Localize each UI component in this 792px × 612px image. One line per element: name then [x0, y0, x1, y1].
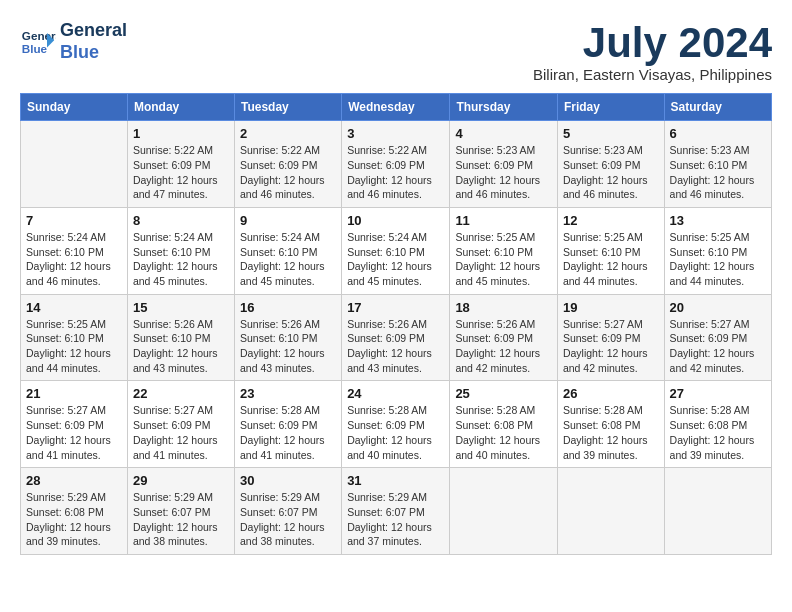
- calendar-cell: 23Sunrise: 5:28 AM Sunset: 6:09 PM Dayli…: [234, 381, 341, 468]
- day-info: Sunrise: 5:24 AM Sunset: 6:10 PM Dayligh…: [26, 230, 122, 289]
- day-number: 17: [347, 300, 444, 315]
- day-info: Sunrise: 5:23 AM Sunset: 6:09 PM Dayligh…: [563, 143, 659, 202]
- title-block: July 2024 Biliran, Eastern Visayas, Phil…: [533, 20, 772, 83]
- logo: General Blue General Blue: [20, 20, 127, 63]
- day-info: Sunrise: 5:28 AM Sunset: 6:08 PM Dayligh…: [670, 403, 766, 462]
- day-info: Sunrise: 5:23 AM Sunset: 6:09 PM Dayligh…: [455, 143, 552, 202]
- calendar-cell: 5Sunrise: 5:23 AM Sunset: 6:09 PM Daylig…: [557, 121, 664, 208]
- day-number: 19: [563, 300, 659, 315]
- calendar-table: SundayMondayTuesdayWednesdayThursdayFrid…: [20, 93, 772, 555]
- calendar-cell: 4Sunrise: 5:23 AM Sunset: 6:09 PM Daylig…: [450, 121, 558, 208]
- day-number: 5: [563, 126, 659, 141]
- calendar-week-row: 14Sunrise: 5:25 AM Sunset: 6:10 PM Dayli…: [21, 294, 772, 381]
- calendar-cell: 2Sunrise: 5:22 AM Sunset: 6:09 PM Daylig…: [234, 121, 341, 208]
- day-number: 29: [133, 473, 229, 488]
- day-info: Sunrise: 5:22 AM Sunset: 6:09 PM Dayligh…: [240, 143, 336, 202]
- day-info: Sunrise: 5:22 AM Sunset: 6:09 PM Dayligh…: [347, 143, 444, 202]
- day-number: 10: [347, 213, 444, 228]
- day-info: Sunrise: 5:24 AM Sunset: 6:10 PM Dayligh…: [240, 230, 336, 289]
- calendar-cell: 31Sunrise: 5:29 AM Sunset: 6:07 PM Dayli…: [342, 468, 450, 555]
- weekday-header-saturday: Saturday: [664, 94, 771, 121]
- day-number: 24: [347, 386, 444, 401]
- calendar-cell: 9Sunrise: 5:24 AM Sunset: 6:10 PM Daylig…: [234, 207, 341, 294]
- logo-line2: Blue: [60, 42, 99, 62]
- day-number: 11: [455, 213, 552, 228]
- day-info: Sunrise: 5:26 AM Sunset: 6:09 PM Dayligh…: [347, 317, 444, 376]
- logo-text: General Blue: [60, 20, 127, 63]
- weekday-header-row: SundayMondayTuesdayWednesdayThursdayFrid…: [21, 94, 772, 121]
- calendar-week-row: 28Sunrise: 5:29 AM Sunset: 6:08 PM Dayli…: [21, 468, 772, 555]
- calendar-cell: 10Sunrise: 5:24 AM Sunset: 6:10 PM Dayli…: [342, 207, 450, 294]
- calendar-cell: 26Sunrise: 5:28 AM Sunset: 6:08 PM Dayli…: [557, 381, 664, 468]
- day-number: 15: [133, 300, 229, 315]
- day-info: Sunrise: 5:25 AM Sunset: 6:10 PM Dayligh…: [26, 317, 122, 376]
- day-number: 1: [133, 126, 229, 141]
- calendar-cell: 14Sunrise: 5:25 AM Sunset: 6:10 PM Dayli…: [21, 294, 128, 381]
- day-number: 18: [455, 300, 552, 315]
- day-number: 16: [240, 300, 336, 315]
- day-number: 8: [133, 213, 229, 228]
- weekday-header-monday: Monday: [127, 94, 234, 121]
- day-number: 26: [563, 386, 659, 401]
- calendar-cell: 25Sunrise: 5:28 AM Sunset: 6:08 PM Dayli…: [450, 381, 558, 468]
- calendar-cell: [664, 468, 771, 555]
- calendar-cell: 19Sunrise: 5:27 AM Sunset: 6:09 PM Dayli…: [557, 294, 664, 381]
- day-info: Sunrise: 5:26 AM Sunset: 6:09 PM Dayligh…: [455, 317, 552, 376]
- day-number: 7: [26, 213, 122, 228]
- day-info: Sunrise: 5:26 AM Sunset: 6:10 PM Dayligh…: [133, 317, 229, 376]
- day-info: Sunrise: 5:22 AM Sunset: 6:09 PM Dayligh…: [133, 143, 229, 202]
- calendar-cell: 21Sunrise: 5:27 AM Sunset: 6:09 PM Dayli…: [21, 381, 128, 468]
- logo-line1: General: [60, 20, 127, 40]
- calendar-cell: 15Sunrise: 5:26 AM Sunset: 6:10 PM Dayli…: [127, 294, 234, 381]
- day-info: Sunrise: 5:27 AM Sunset: 6:09 PM Dayligh…: [563, 317, 659, 376]
- weekday-header-tuesday: Tuesday: [234, 94, 341, 121]
- calendar-cell: 8Sunrise: 5:24 AM Sunset: 6:10 PM Daylig…: [127, 207, 234, 294]
- day-number: 4: [455, 126, 552, 141]
- calendar-cell: 20Sunrise: 5:27 AM Sunset: 6:09 PM Dayli…: [664, 294, 771, 381]
- calendar-week-row: 7Sunrise: 5:24 AM Sunset: 6:10 PM Daylig…: [21, 207, 772, 294]
- svg-text:Blue: Blue: [22, 41, 48, 54]
- day-number: 30: [240, 473, 336, 488]
- day-info: Sunrise: 5:29 AM Sunset: 6:07 PM Dayligh…: [240, 490, 336, 549]
- day-info: Sunrise: 5:29 AM Sunset: 6:08 PM Dayligh…: [26, 490, 122, 549]
- day-info: Sunrise: 5:29 AM Sunset: 6:07 PM Dayligh…: [347, 490, 444, 549]
- day-number: 25: [455, 386, 552, 401]
- day-info: Sunrise: 5:26 AM Sunset: 6:10 PM Dayligh…: [240, 317, 336, 376]
- calendar-cell: 17Sunrise: 5:26 AM Sunset: 6:09 PM Dayli…: [342, 294, 450, 381]
- calendar-cell: [557, 468, 664, 555]
- day-info: Sunrise: 5:24 AM Sunset: 6:10 PM Dayligh…: [133, 230, 229, 289]
- calendar-cell: 11Sunrise: 5:25 AM Sunset: 6:10 PM Dayli…: [450, 207, 558, 294]
- calendar-cell: 24Sunrise: 5:28 AM Sunset: 6:09 PM Dayli…: [342, 381, 450, 468]
- calendar-cell: 1Sunrise: 5:22 AM Sunset: 6:09 PM Daylig…: [127, 121, 234, 208]
- day-number: 3: [347, 126, 444, 141]
- day-info: Sunrise: 5:25 AM Sunset: 6:10 PM Dayligh…: [455, 230, 552, 289]
- calendar-cell: 29Sunrise: 5:29 AM Sunset: 6:07 PM Dayli…: [127, 468, 234, 555]
- calendar-cell: 28Sunrise: 5:29 AM Sunset: 6:08 PM Dayli…: [21, 468, 128, 555]
- calendar-cell: [450, 468, 558, 555]
- weekday-header-friday: Friday: [557, 94, 664, 121]
- calendar-cell: 22Sunrise: 5:27 AM Sunset: 6:09 PM Dayli…: [127, 381, 234, 468]
- day-info: Sunrise: 5:27 AM Sunset: 6:09 PM Dayligh…: [26, 403, 122, 462]
- day-number: 2: [240, 126, 336, 141]
- calendar-cell: [21, 121, 128, 208]
- day-number: 22: [133, 386, 229, 401]
- day-info: Sunrise: 5:27 AM Sunset: 6:09 PM Dayligh…: [133, 403, 229, 462]
- day-info: Sunrise: 5:28 AM Sunset: 6:09 PM Dayligh…: [240, 403, 336, 462]
- logo-icon: General Blue: [20, 24, 56, 60]
- calendar-cell: 12Sunrise: 5:25 AM Sunset: 6:10 PM Dayli…: [557, 207, 664, 294]
- calendar-cell: 6Sunrise: 5:23 AM Sunset: 6:10 PM Daylig…: [664, 121, 771, 208]
- day-number: 6: [670, 126, 766, 141]
- day-number: 28: [26, 473, 122, 488]
- calendar-week-row: 1Sunrise: 5:22 AM Sunset: 6:09 PM Daylig…: [21, 121, 772, 208]
- day-number: 21: [26, 386, 122, 401]
- calendar-cell: 7Sunrise: 5:24 AM Sunset: 6:10 PM Daylig…: [21, 207, 128, 294]
- day-info: Sunrise: 5:28 AM Sunset: 6:08 PM Dayligh…: [455, 403, 552, 462]
- day-info: Sunrise: 5:23 AM Sunset: 6:10 PM Dayligh…: [670, 143, 766, 202]
- weekday-header-wednesday: Wednesday: [342, 94, 450, 121]
- day-info: Sunrise: 5:28 AM Sunset: 6:08 PM Dayligh…: [563, 403, 659, 462]
- calendar-cell: 27Sunrise: 5:28 AM Sunset: 6:08 PM Dayli…: [664, 381, 771, 468]
- month-title: July 2024: [533, 20, 772, 66]
- day-number: 12: [563, 213, 659, 228]
- day-number: 31: [347, 473, 444, 488]
- calendar-cell: 13Sunrise: 5:25 AM Sunset: 6:10 PM Dayli…: [664, 207, 771, 294]
